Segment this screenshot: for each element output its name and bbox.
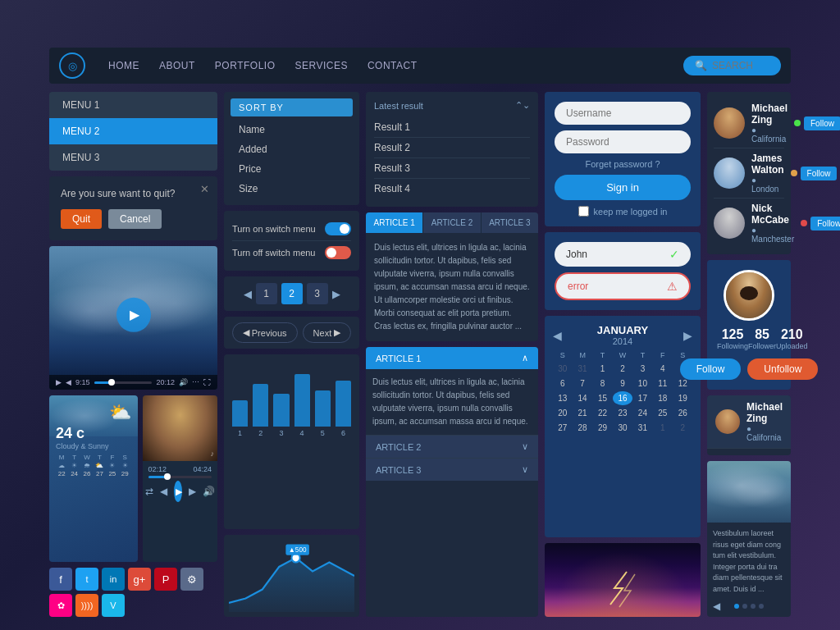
cal-day[interactable]: 6 — [553, 377, 572, 390]
social-settings[interactable]: ⚙ — [180, 568, 203, 591]
cal-day[interactable]: 4 — [653, 362, 672, 376]
music-volume-icon[interactable]: 🔊 — [203, 486, 215, 497]
forgot-password-link[interactable]: Forget password ? — [555, 159, 691, 169]
video-play-icon[interactable]: ▶ — [56, 378, 62, 386]
cal-day[interactable]: 11 — [653, 377, 672, 390]
search-box[interactable]: 🔍 — [683, 56, 781, 75]
sort-option-name[interactable]: Name — [231, 120, 353, 139]
next-button[interactable]: Next ▶ — [303, 322, 352, 343]
tab-article-3[interactable]: ARTICLE 3 — [482, 212, 538, 233]
video-fullscreen-icon[interactable]: ⛶ — [203, 378, 211, 386]
social-flickr[interactable]: ✿ — [49, 594, 72, 617]
cal-day[interactable]: 9 — [613, 377, 632, 390]
social-linkedin[interactable]: in — [102, 568, 125, 591]
music-progress-bar[interactable] — [148, 476, 212, 478]
cal-prev-icon[interactable]: ◀ — [553, 329, 562, 342]
password-input[interactable] — [555, 130, 691, 153]
social-vimeo[interactable]: V — [102, 594, 125, 617]
cal-day[interactable]: 28 — [573, 421, 591, 435]
video-rewind-icon[interactable]: ◀ — [66, 378, 71, 386]
cal-next-icon[interactable]: ▶ — [683, 329, 692, 342]
cal-day[interactable]: 29 — [593, 421, 612, 435]
cal-day[interactable]: 13 — [553, 391, 572, 405]
cal-day[interactable]: 21 — [573, 406, 591, 420]
social-facebook[interactable]: f — [49, 568, 72, 591]
img-dot-1[interactable] — [734, 604, 739, 609]
nav-logo[interactable]: ◎ — [59, 52, 85, 79]
video-play-button[interactable]: ▶ — [116, 297, 151, 331]
menu-item-1[interactable]: MENU 1 — [49, 92, 217, 118]
cal-day[interactable]: 31 — [633, 421, 652, 435]
cal-day[interactable]: 10 — [633, 377, 652, 390]
sort-option-added[interactable]: Added — [231, 139, 353, 159]
toggle-on[interactable] — [325, 222, 351, 235]
results-arrows[interactable]: ⌃⌄ — [515, 100, 530, 111]
page-next-arrow[interactable]: ▶ — [332, 288, 340, 300]
video-progress-bar[interactable] — [94, 381, 153, 384]
follow-btn-3[interactable]: Follow — [810, 217, 840, 231]
cal-day[interactable]: 23 — [613, 406, 632, 420]
result-item-4[interactable]: Result 4 — [374, 179, 530, 199]
cal-day[interactable]: 2 — [613, 362, 632, 376]
cal-day[interactable]: 31 — [573, 362, 591, 376]
search-input[interactable] — [712, 60, 769, 71]
accordion-header-2[interactable]: ARTICLE 2 ∨ — [366, 436, 538, 458]
img-prev-icon[interactable]: ◀ — [713, 600, 720, 612]
img-dot-2[interactable] — [742, 604, 747, 609]
social-twitter[interactable]: t — [75, 568, 98, 591]
quit-button[interactable]: Quit — [61, 209, 102, 229]
cal-day[interactable]: 30 — [613, 421, 632, 435]
nav-item-home[interactable]: HOME — [98, 48, 149, 84]
music-play-button[interactable]: ▶ — [174, 481, 182, 502]
follow-btn-1[interactable]: Follow — [804, 116, 840, 130]
profile-follow-button[interactable]: Follow — [680, 358, 742, 380]
cal-day[interactable]: 8 — [593, 377, 612, 390]
cal-day[interactable]: 26 — [673, 406, 692, 420]
cal-day[interactable]: 17 — [633, 391, 652, 405]
keep-logged-checkbox[interactable] — [578, 206, 589, 217]
sort-option-price[interactable]: Price — [231, 159, 353, 179]
cal-day[interactable]: 25 — [653, 406, 672, 420]
sort-option-size[interactable]: Size — [231, 179, 353, 199]
music-next-icon[interactable]: ▶ — [189, 486, 196, 497]
cal-day[interactable]: 30 — [553, 362, 572, 376]
cancel-button[interactable]: Cancel — [108, 209, 162, 229]
video-more-icon[interactable]: ⋯ — [192, 378, 199, 386]
result-item-1[interactable]: Result 1 — [374, 117, 530, 138]
music-shuffle-icon[interactable]: ⇄ — [145, 486, 153, 497]
nav-item-services[interactable]: SERVICES — [285, 48, 357, 84]
sign-in-button[interactable]: Sign in — [555, 175, 691, 200]
page-btn-2[interactable]: 2 — [281, 283, 303, 304]
cal-day[interactable]: 14 — [573, 391, 591, 405]
cal-day[interactable]: 20 — [553, 406, 572, 420]
tab-article-1[interactable]: ARTICLE 1 — [366, 212, 423, 233]
result-item-2[interactable]: Result 2 — [374, 138, 530, 158]
follow-btn-2[interactable]: Follow — [801, 167, 838, 180]
close-icon[interactable]: ✕ — [200, 183, 209, 195]
cal-day[interactable]: 18 — [653, 391, 672, 405]
cal-day[interactable]: 2 — [673, 421, 692, 435]
cal-day[interactable]: 22 — [593, 406, 612, 420]
cal-day[interactable]: 1 — [653, 421, 672, 435]
cal-day[interactable]: 3 — [633, 362, 652, 376]
cal-day[interactable]: 24 — [633, 406, 652, 420]
page-btn-1[interactable]: 1 — [256, 283, 277, 304]
img-dot-4[interactable] — [759, 604, 764, 609]
cal-day[interactable]: 19 — [673, 391, 692, 405]
toggle-off[interactable] — [325, 246, 351, 259]
menu-item-2[interactable]: MENU 2 — [49, 118, 217, 144]
page-btn-3[interactable]: 3 — [307, 283, 328, 304]
tab-article-2[interactable]: ARTICLE 2 — [423, 212, 481, 233]
keep-logged-in[interactable]: keep me logged in — [555, 206, 691, 217]
profile-unfollow-button[interactable]: Unfollow — [747, 358, 818, 380]
cal-day[interactable]: 1 — [593, 362, 612, 376]
nav-item-contact[interactable]: CONTACT — [358, 48, 427, 84]
img-dot-3[interactable] — [751, 604, 756, 609]
accordion-header-3[interactable]: ARTICLE 3 ∨ — [366, 459, 538, 481]
username-input[interactable] — [555, 102, 691, 125]
accordion-header-1[interactable]: ARTICLE 1 ∧ — [366, 347, 538, 369]
video-volume-icon[interactable]: 🔊 — [179, 378, 188, 386]
cal-day[interactable]: 15 — [593, 391, 612, 405]
nav-item-about[interactable]: ABOUT — [149, 48, 205, 84]
cal-day[interactable]: 7 — [573, 377, 591, 390]
